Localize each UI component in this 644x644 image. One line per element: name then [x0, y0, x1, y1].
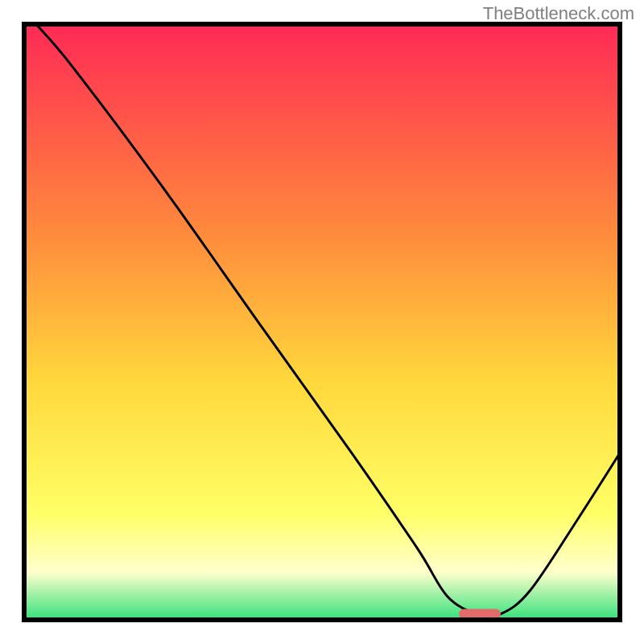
watermark-text: TheBottleneck.com: [483, 3, 634, 24]
chart-svg: [0, 0, 644, 644]
gradient-background: [24, 24, 620, 620]
bottleneck-chart: TheBottleneck.com: [0, 0, 644, 644]
optimum-marker: [459, 609, 501, 619]
